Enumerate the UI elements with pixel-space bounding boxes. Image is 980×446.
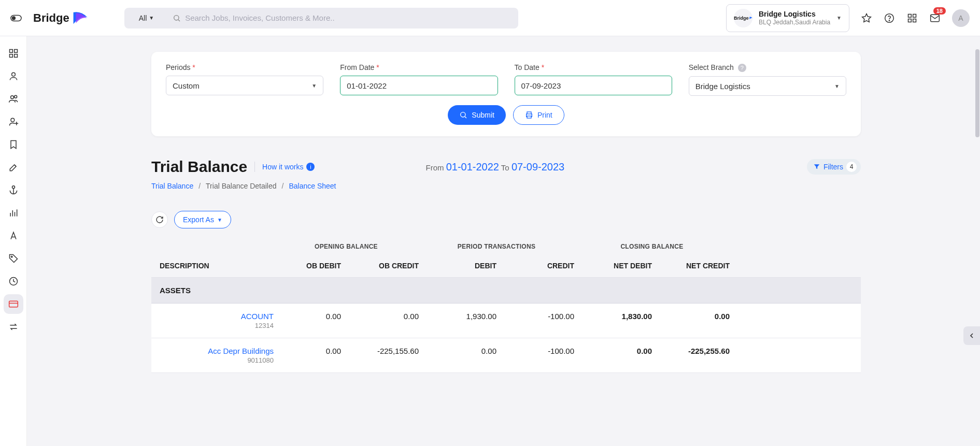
caret-down-icon: ▼ (834, 83, 840, 89)
chevron-left-icon (968, 332, 976, 340)
col-net-debit: NET DEBIT (574, 262, 652, 270)
collapse-panel-button[interactable] (963, 326, 980, 345)
table-row: ACOUNT 12314 0.00 0.00 1,930.00 -100.00 … (151, 304, 861, 338)
account-link[interactable]: ACOUNT (160, 312, 274, 321)
how-it-works-link[interactable]: How it works i (262, 163, 315, 171)
svg-rect-14 (9, 54, 12, 57)
caret-down-icon: ▼ (836, 15, 842, 21)
print-icon (525, 111, 533, 119)
svg-rect-36 (527, 116, 531, 118)
svg-rect-7 (908, 14, 912, 17)
sidebar-font-icon[interactable] (4, 226, 23, 246)
svg-rect-35 (527, 112, 531, 114)
breadcrumb-trial-balance[interactable]: Trial Balance (151, 182, 193, 190)
section-assets: ASSETS (151, 278, 861, 304)
sidebar-users-icon[interactable] (4, 89, 23, 109)
periods-label: Periods * (166, 63, 323, 71)
col-credit: CREDIT (496, 262, 574, 270)
group-opening-header: OPENING BALANCE (274, 243, 419, 250)
company-selector[interactable]: Bridge Bridge Logistics BLQ Jeddah,Saudi… (726, 4, 849, 32)
caret-down-icon: ▼ (217, 217, 222, 223)
search-input[interactable] (185, 8, 518, 28)
svg-rect-15 (14, 54, 17, 57)
sidebar-clock-icon[interactable] (4, 271, 23, 291)
sidebar-toggle-icon[interactable] (10, 13, 23, 23)
global-search: All ▼ (124, 8, 518, 28)
print-button[interactable]: Print (513, 105, 564, 125)
mail-icon[interactable]: 18 (929, 12, 941, 24)
group-closing-header: CLOSING BALANCE (574, 243, 730, 250)
search-icon (459, 111, 467, 119)
scrollbar[interactable] (975, 49, 979, 137)
to-date-label: To Date * (515, 63, 672, 71)
refresh-button[interactable] (151, 211, 168, 228)
sidebar-bookmark-icon[interactable] (4, 135, 23, 154)
page-title: Trial Balance (151, 158, 247, 176)
from-date-input[interactable]: 01-01-2022 (340, 76, 498, 95)
sidebar-anchor-icon[interactable] (4, 180, 23, 200)
breadcrumb-balance-sheet[interactable]: Balance Sheet (289, 182, 336, 190)
sidebar-tag-icon[interactable] (4, 249, 23, 268)
sidebar-chart-icon[interactable] (4, 203, 23, 223)
apps-grid-icon[interactable] (906, 12, 918, 24)
sidebar-edit-icon[interactable] (4, 157, 23, 177)
table-row: Acc Depr Buildings 9011080 0.00 -225,155… (151, 338, 861, 373)
filter-icon (813, 163, 820, 170)
svg-point-6 (889, 20, 889, 20)
svg-point-16 (11, 73, 15, 76)
account-code: 9011080 (160, 356, 274, 364)
sidebar-user-add-icon[interactable] (4, 112, 23, 132)
svg-rect-10 (913, 19, 916, 22)
app-logo[interactable]: Bridge (33, 11, 89, 25)
company-name: Bridge Logistics (759, 9, 830, 19)
svg-line-3 (178, 20, 180, 21)
left-sidebar (0, 36, 27, 446)
sidebar-user-icon[interactable] (4, 66, 23, 86)
search-icon (173, 14, 181, 22)
periods-select[interactable]: Custom ▼ (166, 76, 323, 95)
help-icon[interactable]: ? (738, 64, 746, 72)
col-description: DESCRIPTION (160, 262, 274, 270)
branch-label: Select Branch ? (689, 63, 846, 72)
svg-point-29 (11, 256, 12, 257)
filters-button[interactable]: Filters 4 (807, 159, 861, 175)
to-date-input[interactable]: 07-09-2023 (515, 76, 672, 95)
breadcrumb: Trial Balance / Trial Balance Detailed /… (151, 182, 861, 190)
col-debit: DEBIT (419, 262, 496, 270)
group-period-header: PERIOD TRANSACTIONS (419, 243, 574, 250)
company-logo-icon: Bridge (734, 9, 752, 27)
from-date-label: From Date * (340, 63, 498, 71)
svg-rect-13 (14, 50, 17, 53)
branch-select[interactable]: Bridge Logistics ▼ (689, 76, 846, 96)
date-range-display: From 01-01-2022 To 07-09-2023 (425, 161, 564, 173)
filters-count-badge: 4 (846, 162, 857, 172)
search-filter-dropdown[interactable]: All ▼ (124, 8, 168, 28)
search-filter-label: All (139, 14, 147, 22)
info-icon: i (306, 163, 315, 171)
col-ob-credit: OB CREDIT (341, 262, 419, 270)
company-location: BLQ Jeddah,Saudi Arabia (759, 19, 830, 27)
trial-balance-table: OPENING BALANCE PERIOD TRANSACTIONS CLOS… (151, 239, 861, 373)
svg-point-2 (174, 15, 179, 20)
filter-panel: Periods * Custom ▼ From Date * 01-01-202… (151, 52, 861, 136)
svg-line-34 (465, 117, 466, 118)
submit-button[interactable]: Submit (448, 105, 506, 125)
svg-point-22 (12, 186, 15, 189)
account-link[interactable]: Acc Depr Buildings (160, 347, 274, 355)
mail-badge: 18 (933, 7, 946, 15)
svg-marker-4 (862, 13, 871, 22)
star-icon[interactable] (861, 12, 872, 24)
sidebar-card-icon[interactable] (4, 294, 23, 314)
sidebar-transfer-icon[interactable] (4, 317, 23, 337)
account-code: 12314 (160, 322, 274, 329)
help-icon[interactable] (884, 12, 895, 24)
svg-rect-8 (913, 14, 916, 17)
export-button[interactable]: Export As ▼ (174, 211, 231, 228)
svg-point-33 (461, 112, 465, 117)
svg-rect-9 (908, 19, 912, 22)
refresh-icon (155, 215, 164, 224)
caret-down-icon: ▼ (311, 83, 317, 89)
user-avatar[interactable]: A (952, 9, 970, 27)
col-ob-debit: OB DEBIT (274, 262, 341, 270)
sidebar-dashboard-icon[interactable] (4, 44, 23, 63)
